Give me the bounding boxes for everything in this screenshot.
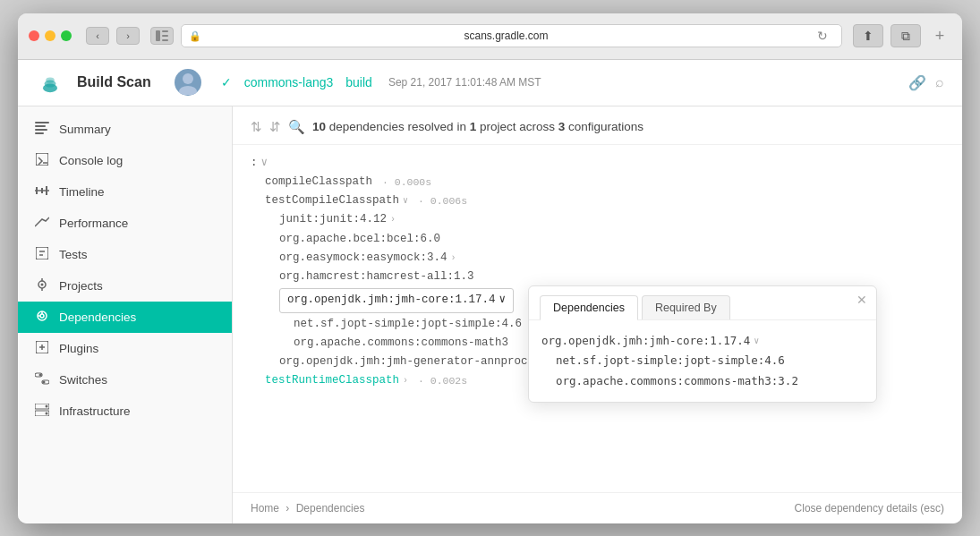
bcel-node[interactable]: org.apache.bcel:bcel:6.0	[251, 230, 944, 249]
popup-body: org.openjdk.jmh:jmh-core:1.17.4 ∨ net.sf…	[529, 320, 876, 403]
project-link[interactable]: commons-lang3	[244, 75, 334, 89]
test-runtime-classpath-label[interactable]: testRuntimeClasspath	[265, 371, 399, 390]
popup-dep-jopt[interactable]: net.sf.jopt-simple:jopt-simple:4.6	[541, 351, 864, 371]
sidebar: Summary Console log Timeline Performance	[18, 106, 233, 523]
sidebar-label-console-log: Console log	[59, 154, 123, 167]
search-icon[interactable]: ⌕	[935, 74, 944, 91]
svg-rect-2	[162, 35, 168, 37]
back-button[interactable]: ‹	[86, 27, 109, 45]
infrastructure-icon	[34, 404, 50, 419]
sort-asc-icon[interactable]: ⇅	[251, 119, 262, 135]
popup-dep-commons-label: org.apache.commons:commons-math3:3.2	[556, 371, 798, 392]
easymock-node[interactable]: org.easymock:easymock:3.4 ›	[251, 249, 944, 268]
share-button[interactable]: ⬆	[853, 24, 883, 47]
test-compile-classpath-node[interactable]: testCompileClasspath ∨ · 0.006s	[251, 191, 944, 210]
content-header: ⇅ ⇵ 🔍 10 dependencies resolved in 1 proj…	[233, 106, 962, 145]
sidebar-item-plugins[interactable]: Plugins	[18, 333, 232, 364]
popup-dep-root-expand[interactable]: ∨	[754, 333, 759, 349]
avatar	[175, 69, 201, 96]
test-compile-expand-icon[interactable]: ∨	[403, 193, 408, 208]
close-button[interactable]	[29, 30, 39, 41]
sidebar-item-timeline[interactable]: Timeline	[18, 176, 232, 208]
project-count: 1	[470, 120, 477, 133]
popup-dep-jopt-label: net.sf.jopt-simple:jopt-simple:4.6	[556, 351, 785, 371]
sidebar-label-switches: Switches	[59, 373, 107, 387]
dependency-popup: ✕ Dependencies Required By org.openjdk.j…	[528, 285, 877, 404]
popup-tab-dependencies[interactable]: Dependencies	[540, 295, 638, 320]
junit-expand-icon[interactable]: ›	[390, 212, 396, 227]
close-dependency-details[interactable]: Close dependency details (esc)	[795, 502, 944, 515]
duplicate-button[interactable]: ⧉	[891, 24, 921, 47]
sidebar-item-performance[interactable]: Performance	[18, 208, 232, 239]
test-compile-classpath-label: testCompileClasspath	[265, 191, 399, 210]
plugins-icon	[34, 341, 50, 356]
sidebar-toggle-button[interactable]	[150, 27, 174, 45]
sidebar-label-tests: Tests	[59, 248, 88, 261]
sidebar-item-console-log[interactable]: Console log	[18, 145, 232, 176]
svg-point-8	[179, 86, 197, 95]
sort-desc-icon[interactable]: ⇵	[269, 119, 281, 135]
easymock-label: org.easymock:easymock:3.4	[279, 249, 447, 268]
new-tab-button[interactable]: +	[928, 24, 951, 47]
breadcrumb-nav: Home › Dependencies	[251, 502, 364, 515]
main-layout: Summary Console log Timeline Performance	[18, 106, 962, 523]
build-date: Sep 21, 2017 11:01:48 AM MST	[388, 76, 541, 89]
compile-classpath-node[interactable]: compileClasspath · 0.000s	[251, 173, 944, 191]
svg-rect-0	[156, 30, 160, 41]
sidebar-item-projects[interactable]: Projects	[18, 270, 232, 302]
filter-icon[interactable]: 🔍	[288, 119, 305, 135]
svg-rect-10	[35, 125, 46, 127]
svg-rect-11	[35, 129, 47, 131]
build-tag[interactable]: build	[345, 75, 372, 89]
hamcrest-node[interactable]: org.hamcrest:hamcrest-all:1.3	[251, 268, 944, 286]
root-expand[interactable]: ∨	[261, 154, 268, 173]
svg-point-36	[43, 380, 46, 383]
browser-window: ‹ › 🔒 scans.gradle.com ↻ ⬆ ⧉ + Build	[18, 13, 962, 523]
popup-dep-root[interactable]: org.openjdk.jmh:jmh-core:1.17.4 ∨	[541, 331, 864, 352]
sidebar-item-dependencies[interactable]: Dependencies	[18, 302, 232, 333]
svg-rect-19	[36, 247, 48, 259]
sidebar-item-infrastructure[interactable]: Infrastructure	[18, 396, 232, 427]
sidebar-item-switches[interactable]: Switches	[18, 364, 232, 396]
commons-math3-label: org.apache.commons:commons-math3	[294, 334, 508, 353]
sidebar-label-summary: Summary	[59, 123, 111, 136]
popup-dep-commons[interactable]: org.apache.commons:commons-math3:3.2	[541, 371, 864, 392]
config-count: 3	[558, 120, 566, 133]
forward-button[interactable]: ›	[116, 27, 140, 45]
reload-button[interactable]: ↻	[811, 24, 834, 47]
jmh-core-selected[interactable]: org.openjdk.jmh:jmh-core:1.17.4 ∨	[279, 288, 514, 312]
popup-tabs: Dependencies Required By	[529, 286, 876, 320]
svg-rect-12	[35, 132, 44, 134]
sidebar-item-summary[interactable]: Summary	[18, 114, 232, 145]
app-header: Build Scan ✓ commons-lang3 build Sep 21,…	[18, 60, 962, 106]
console-icon	[34, 153, 50, 168]
link-icon[interactable]: 🔗	[908, 74, 926, 91]
svg-rect-1	[162, 30, 168, 32]
popup-tab-required-by[interactable]: Required By	[642, 295, 730, 319]
popup-close-button[interactable]: ✕	[856, 294, 867, 306]
dep-count: 10	[312, 120, 326, 133]
dependencies-icon	[34, 310, 50, 325]
svg-point-39	[46, 404, 48, 407]
sidebar-item-tests[interactable]: Tests	[18, 239, 232, 270]
easymock-expand-icon[interactable]: ›	[451, 251, 456, 266]
maximize-button[interactable]	[61, 30, 72, 41]
junit-node[interactable]: junit:junit:4.12 ›	[251, 210, 944, 229]
summary-icon	[34, 122, 50, 137]
compile-classpath-time: · 0.000s	[376, 174, 431, 191]
sidebar-label-dependencies: Dependencies	[59, 311, 136, 324]
bcel-label: org.apache.bcel:bcel:6.0	[279, 230, 440, 249]
junit-label: junit:junit:4.12	[279, 210, 387, 229]
minimize-button[interactable]	[45, 30, 55, 41]
url-bar[interactable]: 🔒 scans.gradle.com ↻	[181, 24, 842, 47]
breadcrumb-home[interactable]: Home	[251, 502, 279, 515]
tree-root[interactable]: : ∨	[251, 154, 944, 173]
switches-icon	[34, 372, 50, 387]
tests-icon	[34, 247, 50, 262]
dependency-summary: 10 dependencies resolved in 1 project ac…	[312, 120, 643, 133]
traffic-lights	[29, 30, 72, 41]
sidebar-label-performance: Performance	[59, 217, 128, 230]
svg-rect-3	[162, 39, 168, 41]
svg-rect-13	[36, 153, 48, 166]
test-runtime-expand-icon[interactable]: ›	[403, 373, 408, 388]
